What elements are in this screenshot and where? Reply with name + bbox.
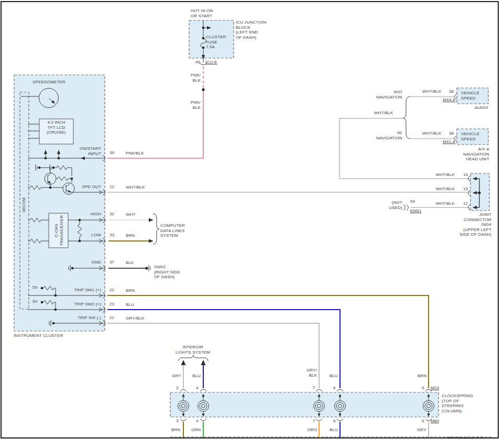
gm02-ground-label: GM02 (RIGHT SIDE OF DASH)	[154, 265, 180, 280]
wire-label-whtblk-12: WHT/BLK	[431, 201, 455, 206]
can-low-arrow	[149, 239, 154, 243]
cs-pin-5-top: 5	[422, 386, 424, 391]
clockspring-bottom-arcs	[180, 419, 432, 421]
speedometer-label: SPEEDOMETER	[32, 80, 65, 85]
tft-lcd-label: 4.2 INCH TFT LCD (CRUISE)	[39, 120, 73, 135]
clockspring-top-arcs	[180, 389, 432, 391]
jm04-pin-arcs	[468, 176, 471, 211]
wiring-diagram-page: HOT IN ON OR START ICU JUNCTION BLOCK (L…	[0, 0, 504, 439]
pin-number-37: 37	[109, 260, 114, 265]
wire-label-blu-top: BLU	[192, 374, 201, 379]
pin-number-32: 32	[109, 212, 114, 217]
wire-label-blu-bottom: BLU	[330, 427, 338, 433]
av-nav-head-unit-caption: A/V & NAVIGATION HEAD UNIT	[443, 147, 489, 162]
interior-lights-arrow-1	[181, 360, 186, 365]
pin-label-trip-sw1: TRIP SW1 (+)	[57, 288, 101, 293]
wo-navigation-label: W/O NAVIGATION	[367, 90, 402, 100]
wire-label-brn: BRN	[126, 233, 135, 238]
wires	[107, 67, 469, 438]
pin-label-trip-neg: TRIP SW (-)	[57, 315, 101, 321]
vehicle-speed-audio-label: VEHICLE SPEED	[461, 91, 479, 101]
icu-pin-number: 46	[189, 60, 200, 65]
wire-label-blu-trip2: BLU	[126, 302, 134, 308]
pin-label-low: LOW	[79, 233, 101, 238]
wire-label-gryblk: GRY/BLK	[126, 316, 145, 321]
wire-label-blu2-top: BLU	[330, 374, 338, 379]
pin-number-33: 33	[109, 233, 114, 238]
interior-lights-system-label: INTERIOR LIGHTS SYSTEM	[167, 345, 219, 355]
instrument-cluster-title: INSTRUMENT CLUSTER	[14, 333, 63, 338]
wire-label-brn-bottom: BRN	[171, 427, 180, 433]
cs-pin-4-bottom: 4	[196, 419, 199, 424]
supply-5v-label-2: 5V	[32, 299, 38, 304]
pin-number-12-jm04: 12	[463, 201, 468, 206]
can-high-arrow	[149, 218, 154, 222]
wire-label-whtblk-14: WHT/BLK	[431, 172, 455, 178]
pin-label-gnd: GND	[79, 260, 101, 265]
clockspring-box	[170, 392, 439, 417]
wire-label-brn-trip1: BRN	[126, 288, 135, 293]
wire-label-pnkblk: PNK/BLK	[126, 151, 144, 156]
wire-label-pnk-blk-2: PNK/ BLK	[186, 100, 201, 110]
wire-label-whtblk-audio: WHT/BLK	[422, 89, 442, 94]
pin-number-22: 22	[109, 288, 114, 293]
pin-number-13: 13	[463, 186, 468, 192]
pin-number-38-audio: 38	[449, 89, 454, 94]
wire-label-whtblk-13: WHT/BLK	[431, 186, 455, 192]
pin-number-54: 54	[410, 199, 415, 204]
nav-split-brace	[403, 97, 410, 139]
pin-label-spdout: SPD OUT	[67, 184, 101, 190]
wire-label-whtblk-trunk: WHT/BLK	[374, 111, 393, 116]
pin-label-high: HIGH	[79, 212, 101, 217]
wire-label-pnk-blk-1: PNK/ BLK	[186, 73, 201, 83]
em61-connector: EM61	[410, 208, 422, 214]
wire-label-whtblk: WHT/BLK	[126, 185, 145, 190]
wire-label-org-bottom: ORG	[308, 427, 317, 433]
joint-connector-jm04-label: JOINT CONNECTOR JM04 (UPPER LEFT SIDE OF…	[444, 212, 491, 237]
wiring-diagram-canvas	[0, 0, 504, 439]
pin-number-38-nav: 38	[449, 131, 454, 136]
data-lines-brace	[153, 214, 159, 244]
m80-connector: M80	[431, 419, 439, 424]
cs-pin-7-top: 7	[313, 386, 315, 391]
vehicle-speed-nav-label: VEHICLE SPEED	[461, 131, 479, 141]
wire-label-grn-bottom: GRN	[191, 427, 201, 433]
hot-in-on-label: HOT IN ON OR START	[191, 8, 213, 18]
cluster-fuse-label: CLUSTER FUSE 7.5A	[206, 35, 226, 50]
pin-number-21: 21	[109, 315, 114, 321]
cs-pin-6-top: 6	[333, 386, 336, 391]
pin-number-23: 23	[109, 302, 114, 307]
pin-label-onstart: ON/START INPUT	[67, 146, 101, 156]
gm02-ground-icon	[149, 265, 150, 271]
w-navigation-label: W/ NAVIGATION	[367, 130, 402, 140]
cs-pin-3-bottom: 3	[176, 419, 179, 424]
cs-pin-7-bottom: 7	[313, 419, 315, 424]
wire-label-blk: BLK	[126, 260, 134, 266]
interior-lights-arrow-2	[201, 360, 206, 365]
em61-stub-arcs	[403, 205, 409, 211]
m41a-connector: M41-A	[443, 139, 455, 145]
pin-number-39: 39	[109, 150, 114, 156]
steering-wheel-partial-label: STEERING WHEEL	[446, 436, 485, 439]
wire-gryblk-trip	[107, 323, 319, 388]
pin-label-trip-sw2: TRIP SW2 (+)	[57, 302, 101, 307]
icu-e-connector: ICU-E	[205, 60, 217, 65]
cs-pin-3-top: 3	[176, 386, 179, 391]
wire-label-brn-top: BRN	[418, 374, 426, 379]
cs-pin-5-bottom: 5	[422, 419, 424, 424]
pin-number-14: 14	[463, 172, 468, 178]
wire-label-gry-bottom: GRY	[417, 427, 426, 433]
not-used-label: (NOT USED)	[382, 200, 402, 210]
wire-label-gry-top: GRY	[172, 374, 181, 379]
arrowheads	[44, 26, 477, 417]
wire-label-wht: WHT	[126, 212, 136, 217]
wire-label-whtblk-nav: WHT/BLK	[422, 131, 442, 136]
audio-caption: AUDIO	[457, 105, 488, 111]
wire-label-gryblk-top: GRY/ BLK	[303, 368, 317, 378]
interior-lights-brace	[179, 355, 208, 361]
cs-pin-6-bottom: 6	[333, 419, 336, 424]
ccan-label: C-CAN TRANSCEIVER	[54, 215, 64, 246]
icu-junction-block-label: ICU JUNCTION BLOCK (LEFT END OF DASH)	[236, 20, 266, 40]
clockspring-label: CLOCKSPRING (TOP OF STEERING COLUMN)	[442, 393, 473, 413]
supply-5v-label-1: 5V	[32, 285, 38, 290]
